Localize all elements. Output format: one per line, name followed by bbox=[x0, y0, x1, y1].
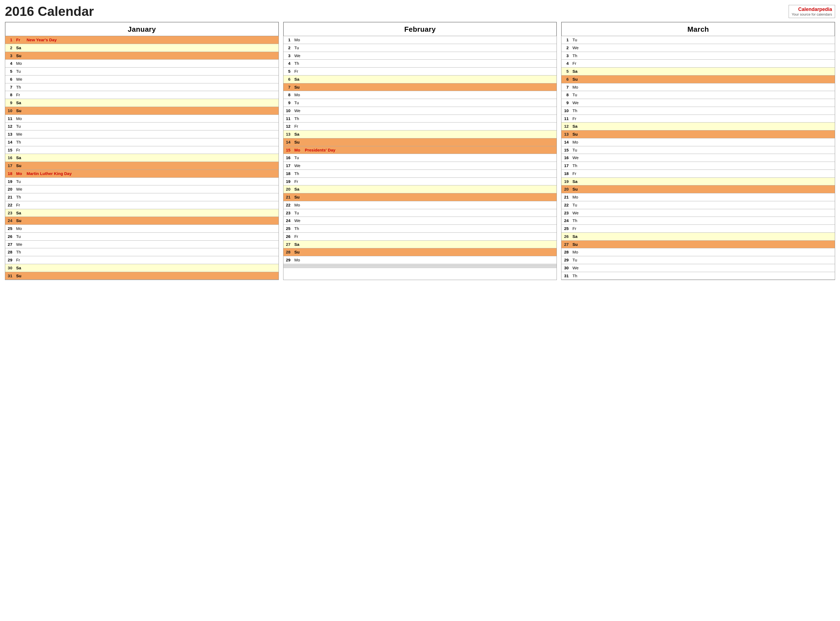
day-number: 12 bbox=[5, 123, 14, 130]
holiday-name bbox=[302, 44, 556, 51]
table-row: 26Tu bbox=[5, 232, 278, 240]
day-number: 18 bbox=[284, 170, 292, 177]
day-abbr: Fr bbox=[14, 201, 24, 209]
table-row: 9We bbox=[562, 99, 835, 107]
day-abbr: Su bbox=[14, 107, 24, 115]
holiday-name bbox=[24, 217, 278, 225]
day-abbr: Sa bbox=[14, 99, 24, 107]
day-abbr: Tu bbox=[570, 36, 580, 44]
day-abbr: Sa bbox=[570, 232, 580, 240]
day-number: 5 bbox=[562, 68, 570, 76]
day-abbr: We bbox=[14, 240, 24, 248]
table-row: 28Th bbox=[5, 248, 278, 256]
holiday-name bbox=[302, 115, 556, 123]
day-number: 17 bbox=[5, 162, 14, 170]
day-number: 21 bbox=[562, 193, 570, 201]
holiday-name bbox=[302, 185, 556, 193]
day-abbr: Fr bbox=[14, 91, 24, 99]
table-row: 7Su bbox=[284, 83, 557, 91]
day-abbr: Fr bbox=[292, 232, 302, 240]
table-row bbox=[284, 266, 557, 268]
day-abbr: Fr bbox=[570, 225, 580, 233]
day-abbr: Su bbox=[570, 185, 580, 193]
table-row: 18Th bbox=[284, 170, 557, 177]
table-row: 5Tu bbox=[5, 68, 278, 76]
table-row: 15MoPresidents' Day bbox=[284, 146, 557, 154]
day-abbr: Mo bbox=[570, 193, 580, 201]
day-number: 5 bbox=[5, 68, 14, 76]
day-number: 9 bbox=[562, 99, 570, 107]
day-number: 2 bbox=[284, 44, 292, 51]
table-row: 23Tu bbox=[284, 209, 557, 217]
day-number: 23 bbox=[562, 209, 570, 217]
table-row: 12Fr bbox=[284, 123, 557, 130]
holiday-name bbox=[24, 193, 278, 201]
table-row: 10Su bbox=[5, 107, 278, 115]
day-abbr: Fr bbox=[14, 256, 24, 264]
holiday-name bbox=[302, 60, 556, 68]
holiday-name bbox=[24, 68, 278, 76]
day-abbr: Su bbox=[570, 130, 580, 138]
day-number: 26 bbox=[562, 232, 570, 240]
table-row: 31Th bbox=[562, 272, 835, 280]
day-abbr: We bbox=[570, 99, 580, 107]
table-row: 6We bbox=[5, 75, 278, 83]
table-row: 1FrNew Year's Day bbox=[5, 36, 278, 44]
holiday-name bbox=[581, 60, 835, 68]
table-row: 21Mo bbox=[562, 193, 835, 201]
day-abbr: Sa bbox=[292, 75, 302, 83]
holiday-name bbox=[302, 83, 556, 91]
day-number: 10 bbox=[5, 107, 14, 115]
table-row: 25Mo bbox=[5, 225, 278, 233]
day-abbr: Mo bbox=[14, 60, 24, 68]
holiday-name bbox=[302, 75, 556, 83]
day-number: 4 bbox=[284, 60, 292, 68]
holiday-name bbox=[581, 51, 835, 60]
january-calendar: January 1FrNew Year's Day2Sa3Su4Mo5Tu6We… bbox=[5, 22, 279, 280]
table-row: 1Mo bbox=[284, 36, 557, 44]
day-number: 21 bbox=[284, 193, 292, 201]
holiday-name bbox=[302, 201, 556, 209]
day-abbr: Su bbox=[570, 240, 580, 248]
table-row: 17We bbox=[284, 162, 557, 170]
table-row: 21Th bbox=[5, 193, 278, 201]
day-abbr: Th bbox=[14, 193, 24, 201]
table-row: 2We bbox=[562, 44, 835, 51]
holiday-name bbox=[581, 115, 835, 123]
table-row: 24Su bbox=[5, 217, 278, 225]
holiday-name bbox=[581, 91, 835, 99]
holiday-name bbox=[581, 154, 835, 162]
main-title: 2016 Calendar bbox=[5, 5, 94, 18]
holiday-name bbox=[581, 75, 835, 83]
holiday-name bbox=[581, 123, 835, 130]
day-number: 25 bbox=[284, 225, 292, 233]
day-number: 20 bbox=[5, 185, 14, 193]
holiday-name bbox=[302, 256, 556, 264]
march-calendar: March 1Tu2We3Th4Fr5Sa6Su7Mo8Tu9We10Th11F… bbox=[561, 22, 835, 280]
holiday-name bbox=[302, 225, 556, 233]
day-abbr: Su bbox=[292, 83, 302, 91]
day-number: 7 bbox=[284, 83, 292, 91]
day-number: 22 bbox=[5, 201, 14, 209]
day-abbr: We bbox=[292, 162, 302, 170]
day-abbr: Su bbox=[14, 51, 24, 60]
day-number: 31 bbox=[562, 272, 570, 280]
day-abbr: Th bbox=[14, 138, 24, 146]
day-number: 18 bbox=[562, 170, 570, 177]
day-abbr: We bbox=[292, 107, 302, 115]
day-number: 10 bbox=[284, 107, 292, 115]
holiday-name bbox=[302, 91, 556, 99]
table-row: 18MoMartin Luther King Day bbox=[5, 170, 278, 177]
holiday-name bbox=[581, 248, 835, 256]
table-row: 16Sa bbox=[5, 154, 278, 162]
holiday-name bbox=[302, 107, 556, 115]
day-abbr: We bbox=[14, 185, 24, 193]
day-number: 15 bbox=[562, 146, 570, 154]
day-abbr: We bbox=[14, 75, 24, 83]
day-number: 13 bbox=[5, 130, 14, 138]
table-row: 28Su bbox=[284, 248, 557, 256]
holiday-name bbox=[24, 83, 278, 91]
day-abbr: Th bbox=[570, 162, 580, 170]
day-abbr: Su bbox=[14, 217, 24, 225]
holiday-name: New Year's Day bbox=[24, 36, 278, 44]
